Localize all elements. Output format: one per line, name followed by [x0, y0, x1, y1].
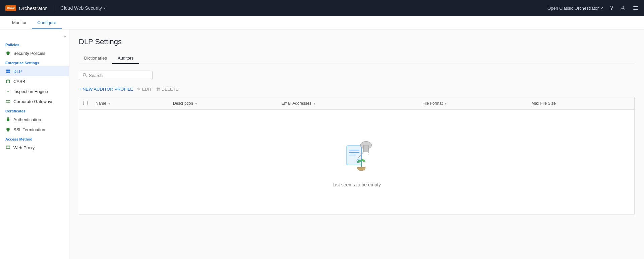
external-link-icon: ↗ — [600, 6, 603, 10]
sidebar-item-label: CASB — [13, 79, 25, 84]
select-all-checkbox[interactable] — [83, 101, 87, 105]
toolbar — [79, 71, 635, 80]
sidebar-item-label: DLP — [13, 69, 22, 74]
svg-rect-8 — [6, 80, 9, 83]
svg-point-0 — [622, 6, 624, 8]
product-name: Cloud Web Security — [61, 5, 102, 11]
dlp-icon — [5, 69, 11, 74]
casb-icon — [5, 79, 11, 84]
sidebar-item-label: Security Policies — [13, 51, 45, 56]
empty-illustration — [337, 137, 377, 177]
sidebar-item-corporate-gateways[interactable]: Corporate Gateways — [0, 96, 69, 106]
svg-point-15 — [83, 73, 86, 76]
search-box[interactable] — [79, 71, 153, 80]
sidebar-item-casb[interactable]: CASB — [0, 76, 69, 86]
top-navigation: vmw Orchestrator Cloud Web Security ▾ Op… — [0, 0, 644, 16]
auth-icon — [5, 117, 11, 122]
filter-icon-name[interactable]: ▼ — [108, 102, 111, 105]
sidebar-collapse-area: « — [0, 32, 69, 40]
product-selector[interactable]: Cloud Web Security ▾ — [54, 5, 112, 11]
vmw-badge: vmw — [5, 5, 16, 11]
tab-dictionaries[interactable]: Dictionaries — [79, 53, 112, 64]
svg-rect-22 — [363, 145, 368, 152]
svg-rect-5 — [8, 70, 10, 71]
svg-rect-3 — [633, 9, 638, 10]
filter-icon-email[interactable]: ▼ — [313, 102, 316, 105]
sidebar-item-label: SSL Termination — [13, 127, 45, 132]
svg-line-16 — [85, 76, 86, 77]
svg-rect-2 — [633, 8, 638, 8]
sidebar-section-access-method: Access Method — [0, 135, 69, 143]
svg-rect-13 — [6, 146, 10, 149]
sidebar-item-label: Authentication — [13, 117, 41, 122]
tab-configure[interactable]: Configure — [32, 17, 61, 29]
action-bar: + NEW AUDITOR PROFILE ✎ EDIT 🗑 DELETE — [79, 85, 635, 93]
sidebar-item-ssl-termination[interactable]: SSL Termination — [0, 124, 69, 135]
sidebar-item-label: Web Proxy — [13, 145, 35, 150]
col-max-file-size: Max File Size — [528, 97, 635, 110]
search-icon — [82, 73, 87, 78]
secondary-navigation: Monitor Configure — [0, 16, 644, 29]
content-tabs: Dictionaries Auditors — [79, 53, 635, 64]
sidebar-item-security-policies[interactable]: Security Policies — [0, 48, 69, 58]
svg-rect-7 — [8, 72, 10, 73]
edit-button: ✎ EDIT — [137, 85, 152, 93]
help-button[interactable]: ? — [610, 5, 613, 11]
collapse-sidebar-button[interactable]: « — [64, 33, 66, 39]
sidebar-item-label: Inspection Engine — [13, 89, 48, 94]
sidebar-item-authentication[interactable]: Authentication — [0, 114, 69, 124]
sidebar: « Policies Security Policies Enterprise … — [0, 29, 69, 259]
col-file-format: File Format ▼ — [418, 97, 528, 110]
empty-state-message: List seems to be empty — [333, 182, 381, 187]
sidebar-section-enterprise: Enterprise Settings — [0, 58, 69, 66]
auditors-table: Name ▼ Description ▼ Email Addresses — [79, 97, 635, 214]
filter-icon-file-format[interactable]: ▼ — [444, 102, 448, 105]
sidebar-section-policies: Policies — [0, 40, 69, 48]
empty-state: List seems to be empty — [79, 110, 634, 214]
shield-icon — [5, 51, 11, 56]
vmware-logo: vmw Orchestrator — [5, 5, 54, 11]
svg-point-10 — [7, 91, 9, 92]
gateway-icon — [5, 99, 11, 104]
open-classic-link[interactable]: Open Classic Orchestrator ↗ — [547, 6, 603, 11]
web-proxy-icon — [5, 145, 11, 150]
sidebar-section-certificates: Certificates — [0, 106, 69, 114]
select-all-header — [79, 97, 92, 110]
main-content: DLP Settings Dictionaries Auditors + NEW… — [69, 29, 644, 259]
delete-button: 🗑 DELETE — [156, 85, 178, 93]
tab-monitor[interactable]: Monitor — [7, 17, 32, 29]
sidebar-item-dlp[interactable]: DLP — [0, 66, 69, 76]
sidebar-item-inspection-engine[interactable]: Inspection Engine — [0, 86, 69, 96]
svg-rect-1 — [633, 6, 638, 7]
new-auditor-profile-button[interactable]: + NEW AUDITOR PROFILE — [79, 85, 133, 93]
col-email-addresses: Email Addresses ▼ — [277, 97, 418, 110]
menu-button[interactable] — [633, 5, 639, 11]
sidebar-item-web-proxy[interactable]: Web Proxy — [0, 143, 69, 153]
page-title: DLP Settings — [79, 37, 635, 46]
tab-auditors[interactable]: Auditors — [112, 53, 139, 64]
svg-rect-4 — [6, 70, 8, 71]
svg-point-23 — [357, 159, 359, 160]
svg-point-25 — [356, 161, 357, 162]
col-name: Name ▼ — [92, 97, 169, 110]
app-name: Orchestrator — [19, 5, 47, 11]
nav-right: Open Classic Orchestrator ↗ ? — [547, 5, 639, 11]
inspection-icon — [5, 89, 11, 94]
search-input[interactable] — [89, 73, 149, 78]
user-button[interactable] — [620, 5, 626, 11]
col-description: Description ▼ — [169, 97, 278, 110]
main-layout: « Policies Security Policies Enterprise … — [0, 29, 644, 259]
svg-rect-6 — [6, 72, 8, 73]
ssl-icon — [5, 127, 11, 132]
filter-icon-description[interactable]: ▼ — [194, 102, 198, 105]
chevron-down-icon: ▾ — [104, 6, 106, 10]
sidebar-item-label: Corporate Gateways — [13, 99, 53, 104]
